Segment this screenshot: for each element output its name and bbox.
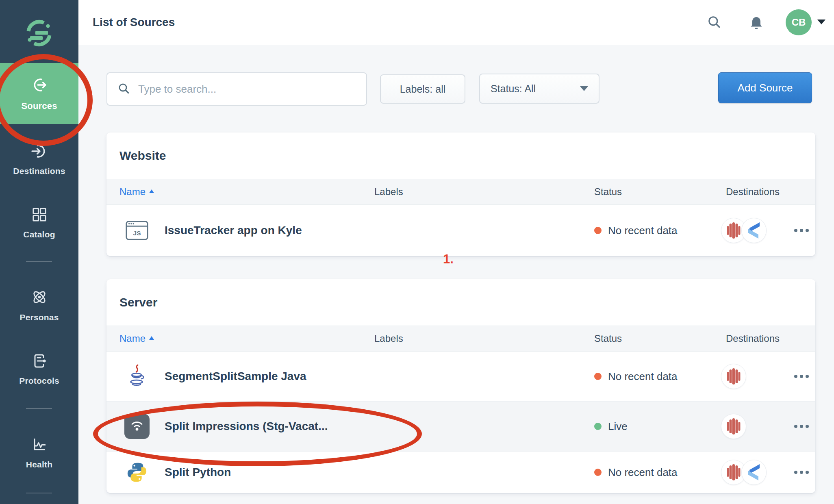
source-row-issuetracker[interactable]: JS IssueTracker app on Kyle No recent da… (106, 205, 815, 256)
global-search-icon[interactable] (707, 15, 722, 32)
sidebar-item-catalog[interactable]: Catalog (0, 206, 78, 239)
sidebar-item-label: Catalog (23, 230, 55, 239)
status-dot (594, 227, 602, 234)
sidebar-divider (26, 408, 52, 409)
destinations-column-header: Destinations (718, 333, 787, 344)
destinations-column-header: Destinations (718, 186, 787, 198)
sidebar-item-label: Personas (20, 313, 59, 322)
segment-logo-icon[interactable] (25, 20, 53, 47)
labels-column-header: Labels (374, 333, 594, 344)
status-text: No recent data (608, 370, 678, 383)
row-overflow-menu[interactable] (790, 371, 813, 382)
segment-sources-page: Sources Destinations (0, 0, 834, 504)
sort-asc-caret-icon (149, 189, 154, 193)
row-overflow-menu[interactable] (790, 467, 813, 478)
destinations-icon (30, 142, 48, 162)
javascript-browser-icon: JS (124, 217, 150, 243)
sidebar-item-sources[interactable]: Sources (0, 63, 78, 124)
sidebar: Sources Destinations (0, 0, 78, 504)
sidebar-divider (26, 493, 52, 493)
row-overflow-menu[interactable] (790, 225, 813, 236)
status-filter-dropdown[interactable]: Status: All (479, 74, 599, 104)
sidebar-item-label: Health (26, 460, 52, 469)
sort-by-name-header[interactable]: Name (119, 186, 154, 198)
add-source-button[interactable]: Add Source (718, 72, 812, 103)
protocols-icon (30, 352, 48, 371)
status-dot (594, 423, 602, 430)
table-header-row: Name Labels Status Destinations (106, 326, 815, 352)
notifications-bell-icon[interactable] (748, 15, 764, 33)
python-icon (124, 459, 150, 485)
blue-s-destination-icon[interactable] (741, 460, 767, 485)
sidebar-divider (26, 261, 52, 262)
labels-filter-button[interactable]: Labels: all (380, 74, 465, 104)
source-name: Split Impressions (Stg-Vacat... (165, 420, 328, 433)
status-column-header: Status (594, 186, 718, 198)
chevron-down-icon (580, 86, 588, 91)
source-name: IssueTracker app on Kyle (165, 224, 302, 237)
website-section-card: Website Name Labels Status Destinations (106, 133, 815, 256)
user-avatar[interactable]: CB (786, 9, 812, 35)
sort-by-name-header[interactable]: Name (119, 333, 154, 344)
sidebar-item-label: Protocols (19, 376, 59, 386)
sidebar-item-label: Destinations (13, 166, 65, 176)
wifi-icon (124, 413, 150, 439)
source-name: Split Python (165, 466, 231, 479)
top-bar: List of Sources CB (78, 0, 834, 45)
source-row-split-python[interactable]: Split Python No recent data (106, 452, 815, 493)
page-title: List of Sources (93, 0, 175, 45)
table-header-row: Name Labels Status Destinations (106, 179, 815, 205)
status-text: Live (608, 420, 628, 433)
source-search (106, 72, 367, 106)
status-text: No recent data (608, 466, 678, 479)
labels-column-header: Labels (374, 186, 594, 198)
section-title-website: Website (106, 133, 815, 179)
sources-icon (30, 76, 48, 96)
status-filter-label: Status: All (491, 83, 536, 95)
section-title-server: Server (106, 279, 815, 326)
status-column-header: Status (594, 333, 718, 344)
redshift-destination-icon[interactable] (721, 364, 746, 389)
java-icon (124, 363, 150, 389)
search-input[interactable] (137, 83, 366, 96)
account-menu-caret-icon[interactable] (817, 20, 825, 24)
sidebar-item-personas[interactable]: Personas (0, 288, 78, 322)
sidebar-item-label: Sources (21, 101, 57, 111)
source-row-java[interactable]: SegmentSplitSample Java No recent data (106, 352, 815, 402)
personas-icon (30, 288, 49, 308)
search-icon (118, 83, 130, 95)
main-content: List of Sources CB (78, 0, 834, 504)
status-text: No recent data (608, 224, 678, 237)
source-row-split-impressions[interactable]: Split Impressions (Stg-Vacat... Live (106, 402, 815, 452)
sidebar-item-health[interactable]: Health (0, 436, 78, 469)
source-name: SegmentSplitSample Java (165, 370, 306, 383)
status-dot (594, 373, 602, 380)
health-icon (30, 436, 48, 455)
sidebar-item-protocols[interactable]: Protocols (0, 352, 78, 386)
status-dot (594, 469, 602, 476)
catalog-icon (30, 206, 48, 225)
sidebar-item-destinations[interactable]: Destinations (0, 142, 78, 176)
sort-asc-caret-icon (149, 336, 154, 340)
blue-s-destination-icon[interactable] (741, 218, 767, 243)
labels-filter-label: Labels: all (400, 83, 446, 95)
server-section-card: Server Name Labels Status Destinations (106, 279, 815, 493)
redshift-destination-icon[interactable] (721, 414, 746, 439)
row-overflow-menu[interactable] (790, 421, 813, 432)
svg-text:JS: JS (133, 230, 141, 237)
